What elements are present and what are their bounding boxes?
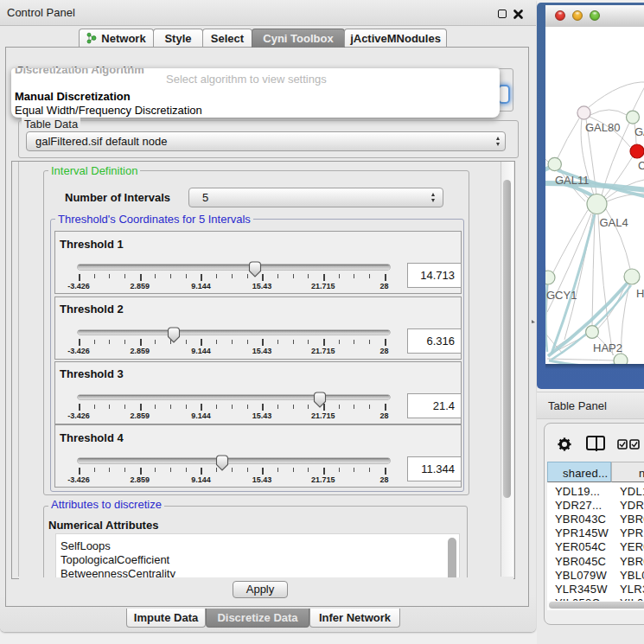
svg-text:HI: HI xyxy=(636,287,644,300)
svg-text:GAL11: GAL11 xyxy=(555,174,590,187)
svg-text:HAP2: HAP2 xyxy=(593,341,622,354)
svg-text:GAL80: GAL80 xyxy=(585,121,620,134)
svg-text:GA: GA xyxy=(634,125,644,138)
svg-text:CY: CY xyxy=(638,159,644,172)
svg-text:GCY1: GCY1 xyxy=(546,289,577,302)
svg-text:GAL4: GAL4 xyxy=(600,216,628,229)
